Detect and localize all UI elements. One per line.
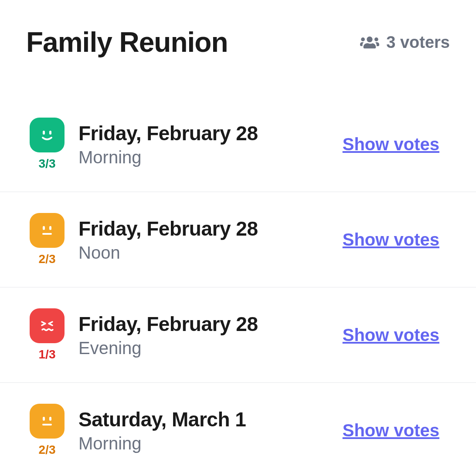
slots-list: 3/3Friday, February 28MorningShow votes2…: [0, 102, 476, 466]
vote-ratio: 1/3: [39, 348, 56, 361]
neutral-face-icon: [30, 213, 65, 248]
slot-row: 3/3Friday, February 28MorningShow votes: [0, 102, 476, 192]
vote-ratio: 2/3: [39, 252, 56, 266]
show-votes-link[interactable]: Show votes: [343, 421, 450, 440]
neutral-face-icon: [30, 404, 65, 439]
slot-info: Friday, February 28Morning: [65, 122, 343, 167]
svg-rect-0: [43, 131, 45, 135]
page-title: Family Reunion: [26, 26, 228, 58]
slot-date: Friday, February 28: [78, 312, 343, 336]
slot-date: Friday, February 28: [78, 217, 343, 240]
header: Family Reunion 3 voters: [26, 26, 450, 58]
vote-badge: 3/3: [30, 118, 65, 171]
slot-date: Saturday, March 1: [78, 408, 343, 431]
slot-info: Saturday, March 1Morning: [65, 408, 343, 453]
sad-face-icon: [30, 308, 65, 343]
vote-ratio: 3/3: [39, 157, 56, 171]
svg-rect-2: [43, 226, 45, 230]
happy-face-icon: [30, 118, 65, 152]
vote-badge: 1/3: [30, 308, 65, 361]
vote-badge: 2/3: [30, 213, 65, 266]
users-icon: [360, 33, 379, 52]
slot-row: 1/3Friday, February 28EveningShow votes: [0, 287, 476, 383]
voters-label: 3 voters: [386, 33, 450, 52]
vote-ratio: 2/3: [39, 443, 56, 457]
slot-row: 2/3Friday, February 28NoonShow votes: [0, 192, 476, 287]
show-votes-link[interactable]: Show votes: [343, 230, 450, 250]
svg-rect-3: [49, 226, 51, 230]
slot-time: Evening: [78, 338, 343, 358]
svg-rect-6: [49, 417, 51, 421]
slot-time: Morning: [78, 434, 343, 453]
show-votes-link[interactable]: Show votes: [343, 135, 450, 154]
voters-count: 3 voters: [360, 33, 450, 52]
slot-row: 2/3Saturday, March 1MorningShow votes: [0, 383, 476, 466]
show-votes-link[interactable]: Show votes: [343, 325, 450, 345]
slot-date: Friday, February 28: [78, 122, 343, 145]
svg-rect-5: [43, 417, 45, 421]
svg-rect-1: [49, 131, 51, 135]
slot-time: Noon: [78, 243, 343, 263]
slot-time: Morning: [78, 148, 343, 167]
slot-info: Friday, February 28Noon: [65, 217, 343, 263]
vote-badge: 2/3: [30, 404, 65, 457]
slot-info: Friday, February 28Evening: [65, 312, 343, 358]
